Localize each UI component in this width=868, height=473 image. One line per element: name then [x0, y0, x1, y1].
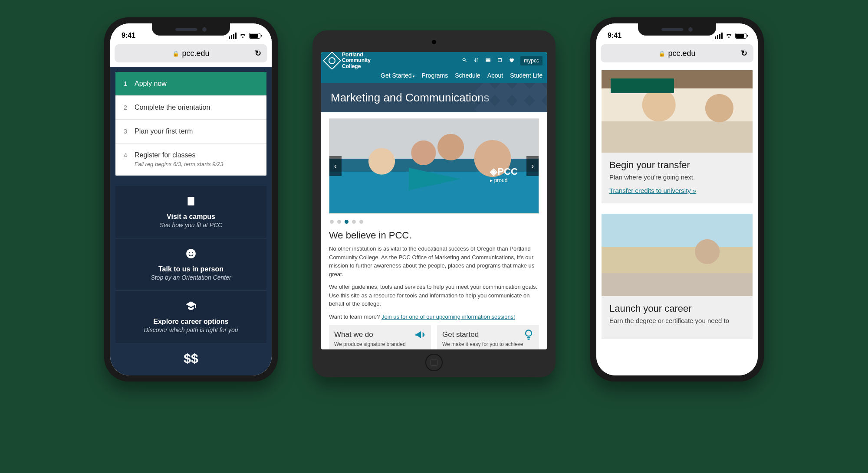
url-bar[interactable]: 🔒 pcc.edu ↻ — [601, 44, 753, 62]
tablet: Portland Community College — [312, 30, 556, 377]
card-image — [602, 214, 753, 296]
paragraph-lead: Want to learn more? — [329, 313, 381, 320]
carousel-image: ◈PCC ▸ proud — [329, 119, 539, 213]
carousel-dot[interactable] — [337, 220, 341, 224]
carousel-next-button[interactable]: › — [526, 156, 539, 176]
megaphone-icon — [414, 329, 427, 344]
tiles-list: Visit a campus See how you fit at PCC Ta… — [115, 186, 266, 343]
carousel-dot[interactable] — [352, 220, 356, 224]
body-paragraph: We offer guidelines, tools and services … — [329, 283, 539, 308]
building-icon — [122, 196, 260, 209]
battery-icon — [249, 33, 260, 39]
mypcc-button[interactable]: mypcc — [520, 56, 542, 65]
carousel-dots — [329, 219, 539, 230]
smile-icon — [122, 248, 260, 262]
phone-notch — [152, 23, 230, 36]
nav-student-life[interactable]: Student Life — [510, 72, 542, 79]
svg-point-1 — [189, 252, 190, 253]
nav-schedule[interactable]: Schedule — [455, 72, 480, 79]
steps-list: 1 Apply now 2 Complete the orientation 3… — [115, 72, 266, 176]
search-icon[interactable] — [462, 57, 467, 64]
card-sub: Plan where you're going next. — [609, 173, 745, 181]
battery-icon — [735, 33, 746, 39]
nav-programs[interactable]: Programs — [422, 72, 448, 79]
sort-icon[interactable] — [473, 57, 479, 64]
card-get-started[interactable]: Get started We make it easy for you to a… — [437, 325, 539, 349]
step-complete-orientation[interactable]: 2 Complete the orientation — [115, 96, 266, 120]
card-title: Begin your transfer — [609, 160, 745, 171]
card-title: What we do — [334, 330, 426, 339]
page-title-band: Marketing and Communications — [321, 83, 547, 112]
tile-explore-career[interactable]: Explore career options Discover which pa… — [115, 291, 266, 343]
lock-icon: 🔒 — [172, 50, 179, 57]
wifi-icon — [725, 32, 733, 39]
card-title: Get started — [442, 330, 534, 339]
card-body: We make it easy for you to achieve your … — [442, 341, 534, 349]
brand-logo[interactable]: Portland Community College — [326, 52, 371, 69]
carousel-dot[interactable] — [359, 220, 363, 224]
page-content-right: Begin your transfer Plan where you're go… — [596, 67, 758, 375]
svg-point-3 — [526, 330, 532, 336]
phone-notch — [638, 23, 716, 36]
site-header: Portland Community College — [321, 52, 547, 83]
signal-icon — [715, 33, 723, 39]
nav-about[interactable]: About — [487, 72, 503, 79]
lock-icon: 🔒 — [658, 50, 665, 57]
carousel-prev-button[interactable]: ‹ — [329, 156, 342, 176]
card-sub: Earn the degree or certificate you need … — [609, 317, 745, 324]
chevron-down-icon: ▾ — [413, 74, 415, 78]
step-sublabel: Fall reg begins 6/3, term starts 9/23 — [135, 161, 223, 167]
url-text: pcc.edu — [182, 49, 209, 58]
step-apply-now[interactable]: 1 Apply now — [115, 72, 266, 96]
step-number: 4 — [122, 151, 128, 159]
carousel-dot-active[interactable] — [345, 220, 349, 224]
url-text: pcc.edu — [668, 49, 695, 58]
tile-sub: Stop by an Orientation Center — [122, 274, 260, 281]
nav-get-started[interactable]: Get Started▾ — [381, 72, 415, 79]
step-label: Apply now — [135, 80, 167, 88]
step-number: 2 — [122, 104, 128, 111]
section-heading: We believe in PCC. — [329, 230, 539, 241]
card-body: We produce signature branded materials a… — [334, 341, 426, 349]
step-number: 3 — [122, 127, 128, 135]
tile-title: Explore career options — [122, 318, 260, 326]
brand-line: Community — [342, 58, 371, 63]
hero-carousel: ◈PCC ▸ proud ‹ › — [329, 118, 539, 214]
tile-visit-campus[interactable]: Visit a campus See how you fit at PCC — [115, 186, 266, 238]
calendar-icon[interactable] — [497, 57, 503, 64]
refresh-icon[interactable]: ↻ — [255, 49, 261, 58]
url-bar[interactable]: 🔒 pcc.edu ↻ — [115, 44, 267, 62]
info-sessions-link[interactable]: Join us for one of our upcoming informat… — [381, 313, 515, 320]
carousel-dot[interactable] — [330, 220, 334, 224]
tile-talk-to-us[interactable]: Talk to us in person Stop by an Orientat… — [115, 238, 266, 291]
tile-title: Talk to us in person — [122, 265, 260, 273]
grad-cap-icon — [122, 300, 260, 314]
card-what-we-do[interactable]: What we do We produce signature branded … — [329, 325, 431, 349]
step-label: Register for classes — [135, 151, 223, 159]
heart-icon[interactable] — [509, 57, 514, 64]
transfer-credits-link[interactable]: Transfer credits to university » — [609, 187, 696, 194]
tile-title: Visit a campus — [122, 213, 260, 221]
money-tile[interactable]: $$ — [110, 343, 272, 366]
tablet-camera — [432, 40, 436, 44]
mail-icon[interactable] — [485, 57, 491, 64]
card-begin-transfer[interactable]: Begin your transfer Plan where you're go… — [602, 70, 753, 203]
card-image — [602, 70, 753, 153]
refresh-icon[interactable]: ↻ — [741, 49, 747, 58]
card-launch-career[interactable]: Launch your career Earn the degree or ce… — [602, 214, 753, 339]
svg-point-0 — [186, 249, 196, 258]
page-content-tablet: ◈PCC ▸ proud ‹ › We believe in PCC. No o… — [321, 112, 547, 349]
logo-icon — [323, 52, 341, 70]
diamond-decoration — [477, 83, 547, 112]
step-register-classes[interactable]: 4 Register for classes Fall reg begins 6… — [115, 144, 266, 176]
step-plan-first-term[interactable]: 3 Plan your first term — [115, 120, 266, 144]
tshirt-graphic: ◈PCC ▸ proud — [490, 166, 517, 183]
card-title: Launch your career — [609, 303, 745, 314]
page-content-left: 1 Apply now 2 Complete the orientation 3… — [110, 67, 272, 375]
tablet-home-button[interactable] — [425, 354, 443, 371]
step-number: 1 — [122, 80, 128, 87]
page-title: Marketing and Communications — [331, 91, 490, 104]
phone-left: 9:41 🔒 pcc.edu ↻ 1 Apply now 2 — [104, 17, 278, 382]
body-paragraph: No other institution is as vital to the … — [329, 245, 539, 278]
signal-icon — [229, 33, 237, 39]
